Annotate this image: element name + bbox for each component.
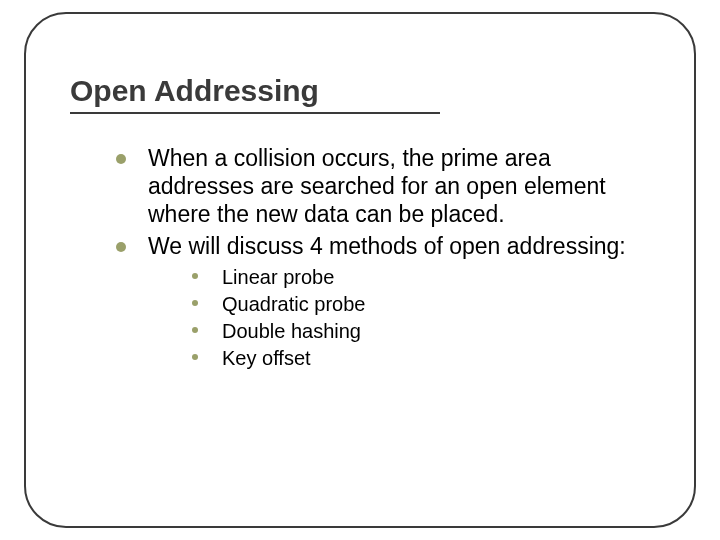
sub-bullet-item: Key offset xyxy=(188,345,640,372)
bullet-item: We will discuss 4 methods of open addres… xyxy=(112,232,640,260)
title-underline xyxy=(70,112,440,114)
sub-bullet-item: Double hashing xyxy=(188,318,640,345)
slide: Open Addressing When a collision occurs,… xyxy=(0,0,720,540)
sub-bullet-item: Linear probe xyxy=(188,264,640,291)
sub-bullet-item: Quadratic probe xyxy=(188,291,640,318)
bullet-item: When a collision occurs, the prime area … xyxy=(112,144,640,228)
title-block: Open Addressing xyxy=(70,74,650,114)
slide-title: Open Addressing xyxy=(70,74,650,108)
content-area: When a collision occurs, the prime area … xyxy=(70,144,650,372)
slide-frame: Open Addressing When a collision occurs,… xyxy=(24,12,696,528)
sub-list: Linear probe Quadratic probe Double hash… xyxy=(112,264,640,372)
